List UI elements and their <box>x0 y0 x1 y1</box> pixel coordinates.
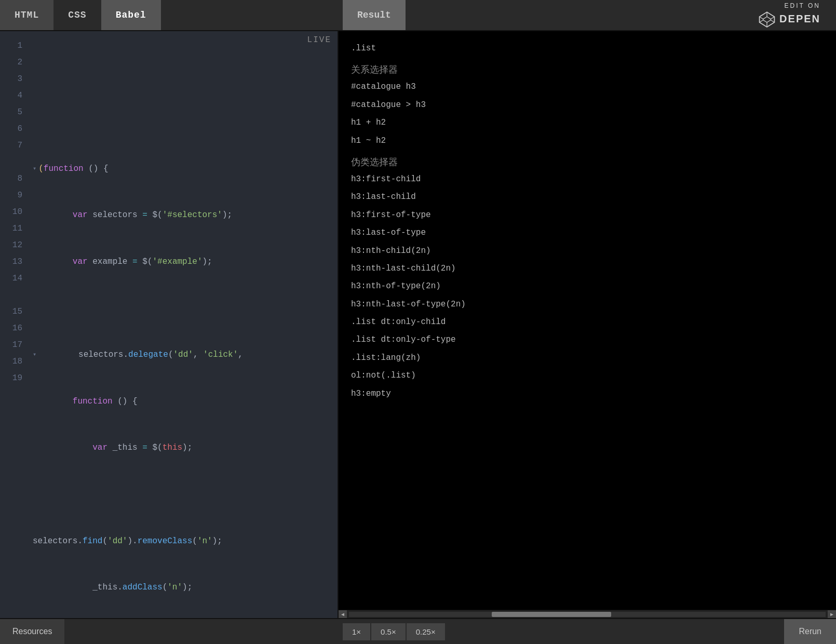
token <box>33 439 92 456</box>
token: , <box>238 346 243 363</box>
token <box>33 253 73 270</box>
code-content: ▾(function () { var selectors = $('#sele… <box>29 35 338 614</box>
token <box>33 207 73 223</box>
token: 'n' <box>197 533 212 549</box>
result-item: #catalogue h3 <box>351 78 824 96</box>
h-scrollbar-area: ◀ ▶ <box>339 610 836 618</box>
token: ); <box>182 579 192 596</box>
zoom-05x-button[interactable]: 0.5× <box>371 623 406 640</box>
token: selectors <box>88 207 143 223</box>
ln-blank-14b <box>0 287 22 303</box>
zoom-025x-button[interactable]: 0.25× <box>407 623 445 640</box>
result-content[interactable]: .list 关系选择器 #catalogue h3 #catalogue > h… <box>339 31 836 610</box>
live-label: LIVE <box>307 35 331 45</box>
zoom-1x-button[interactable]: 1× <box>343 623 370 640</box>
section-header-relation: 关系选择器 <box>351 63 824 76</box>
token: $( <box>147 207 163 223</box>
token: 'click' <box>203 346 238 363</box>
token: var <box>92 439 107 456</box>
result-item: h3:nth-child(2n) <box>351 242 824 260</box>
token: ); <box>222 207 232 223</box>
token: _this <box>107 439 142 456</box>
editor-panel: LIVE 1 2 3 4 5 6 7 8 9 10 11 12 13 14 15… <box>0 31 338 618</box>
token <box>33 393 73 410</box>
token: _this. <box>33 579 123 596</box>
token: addClass <box>123 579 163 596</box>
codepen-label: DEPEN <box>758 10 820 29</box>
token: $( <box>147 439 163 456</box>
result-item: h3:nth-of-type(2n) <box>351 277 824 295</box>
ln-13: 13 <box>0 253 22 270</box>
tab-html[interactable]: HTML <box>0 0 53 30</box>
bottom-bar: Resources 1× 0.5× 0.25× Rerun <box>0 618 836 644</box>
edit-on-codepen[interactable]: EDIT ON DEPEN <box>758 2 820 29</box>
tab-babel[interactable]: Babel <box>101 0 161 30</box>
ln-17: 17 <box>0 337 22 353</box>
result-item: h3:nth-last-of-type(2n) <box>351 296 824 313</box>
token: function <box>44 160 84 177</box>
token: selectors. <box>33 533 83 549</box>
code-line-7a: ▾ selectors.delegate('dd', 'click', <box>33 346 333 363</box>
ln-blank-7b <box>0 154 22 170</box>
token: ). <box>127 533 137 549</box>
token: ); <box>202 253 212 270</box>
token: 'dd' <box>107 533 127 549</box>
token: example <box>88 253 132 270</box>
ln-6: 6 <box>0 120 22 137</box>
code-line-10: selectors.find('dd').removeClass('n'); <box>33 533 333 549</box>
result-item: .list dt:only-of-type <box>351 331 824 348</box>
token: , <box>193 346 203 363</box>
scroll-right-arrow[interactable]: ▶ <box>828 610 836 619</box>
token: () { <box>113 393 138 410</box>
header: HTML CSS Babel Result EDIT ON DEPEN <box>0 0 836 31</box>
token: $( <box>138 253 153 270</box>
line-numbers: 1 2 3 4 5 6 7 8 9 10 11 12 13 14 15 16 1… <box>0 35 29 614</box>
token: '#selectors' <box>163 207 222 223</box>
result-item: h3:first-of-type <box>351 206 824 224</box>
token: '#example' <box>152 253 202 270</box>
result-item: #catalogue > h3 <box>351 96 824 114</box>
section-header-pseudo: 伪类选择器 <box>351 156 824 168</box>
ln-19: 19 <box>0 370 22 386</box>
ln-8: 8 <box>0 170 22 187</box>
resources-button[interactable]: Resources <box>0 619 64 644</box>
code-line-1 <box>33 68 333 84</box>
code-line-5: var example = $('#example'); <box>33 253 333 270</box>
code-line-11: _this.addClass('n'); <box>33 579 333 596</box>
token: find <box>83 533 102 549</box>
code-line-8: var _this = $(this); <box>33 439 333 456</box>
token: ( <box>102 533 107 549</box>
ln-1: 1 <box>0 37 22 54</box>
ln-14: 14 <box>0 270 22 287</box>
result-item: .list:lang(zh) <box>351 349 824 367</box>
code-area: 1 2 3 4 5 6 7 8 9 10 11 12 13 14 15 16 1… <box>0 31 338 618</box>
token: ); <box>212 533 222 549</box>
h-scrollbar-track[interactable] <box>349 612 826 617</box>
code-line-2 <box>33 114 333 130</box>
h-scrollbar-thumb[interactable] <box>492 612 611 617</box>
main-content: LIVE 1 2 3 4 5 6 7 8 9 10 11 12 13 14 15… <box>0 31 836 618</box>
ln-18: 18 <box>0 353 22 370</box>
ln-12: 12 <box>0 237 22 253</box>
token: = <box>132 253 138 270</box>
fold-icon-3[interactable]: ▾ <box>33 160 36 177</box>
scroll-left-arrow[interactable]: ◀ <box>339 610 347 619</box>
result-item: ol:not(.list) <box>351 367 824 384</box>
tab-css[interactable]: CSS <box>53 0 101 30</box>
token: ( <box>168 346 173 363</box>
code-line-6 <box>33 300 333 317</box>
token: this <box>163 439 182 456</box>
ln-15: 15 <box>0 303 22 320</box>
result-panel: .list 关系选择器 #catalogue h3 #catalogue > h… <box>338 31 836 618</box>
token: selectors. <box>38 346 128 363</box>
result-item: h3:empty <box>351 385 824 403</box>
tab-result[interactable]: Result <box>343 0 406 30</box>
ln-7: 7 <box>0 137 22 154</box>
svg-marker-1 <box>763 17 771 22</box>
token: ); <box>182 439 192 456</box>
fold-icon-7[interactable]: ▾ <box>33 346 36 363</box>
rerun-button[interactable]: Rerun <box>784 619 836 644</box>
token: 'dd' <box>173 346 193 363</box>
token: 'n' <box>167 579 182 596</box>
ln-2: 2 <box>0 54 22 71</box>
